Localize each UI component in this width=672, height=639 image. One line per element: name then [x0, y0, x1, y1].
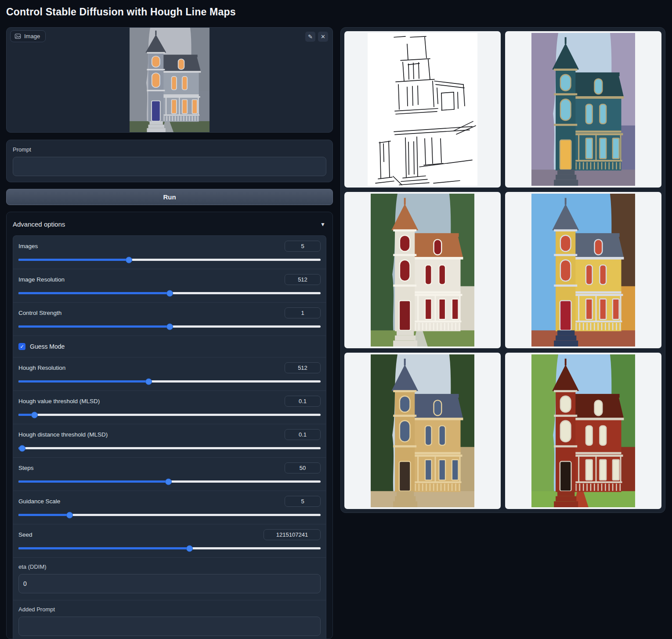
control-strength-label: Control Strength	[18, 310, 61, 316]
steps-slider[interactable]	[18, 478, 321, 485]
hough-distance-threshold-value[interactable]: 0.1	[285, 429, 321, 440]
control-strength-value[interactable]: 1	[285, 307, 321, 318]
image-resolution-slider[interactable]	[18, 290, 321, 296]
slider-handle[interactable]	[186, 545, 193, 552]
gallery-item-yellow-house[interactable]	[505, 192, 661, 348]
gallery-item-hough-map[interactable]	[344, 31, 501, 188]
slider-row-steps: Steps 50	[13, 457, 326, 491]
hough-resolution-label: Hough Resolution	[18, 365, 65, 371]
advanced-options-header[interactable]: Advanced options ▼	[7, 212, 332, 235]
steps-value[interactable]: 50	[285, 462, 321, 473]
hough-resolution-slider[interactable]	[18, 378, 321, 385]
slider-row-hough-resolution: Hough Resolution 512	[13, 357, 326, 390]
eta-input[interactable]	[18, 574, 321, 593]
eta-label: eta (DDIM)	[18, 563, 321, 570]
hough-value-threshold-slider[interactable]	[18, 412, 321, 418]
added-prompt-row: Added Prompt	[13, 600, 326, 639]
hough-line-map-image	[368, 33, 477, 186]
input-image	[7, 28, 332, 132]
slider-handle[interactable]	[145, 378, 152, 385]
gallery-item-gold-house[interactable]	[344, 353, 501, 509]
prompt-group: Prompt	[6, 140, 333, 182]
image-input-label: Image	[10, 30, 46, 42]
result-image-white	[371, 194, 474, 347]
edit-image-button[interactable]: ✎	[305, 32, 315, 42]
advanced-options-form: Images 5 Image Resolution 512 Control St…	[13, 235, 326, 639]
image-resolution-value[interactable]: 512	[285, 274, 321, 285]
images-slider[interactable]	[18, 256, 321, 263]
slider-row-seed: Seed 1215107241	[13, 524, 326, 557]
seed-label: Seed	[18, 531, 33, 538]
slider-handle[interactable]	[66, 512, 73, 518]
advanced-options-title: Advanced options	[13, 220, 65, 228]
gallery-item-white-house[interactable]	[344, 192, 501, 348]
image-input-component[interactable]: Image ✎ ✕	[6, 27, 333, 133]
slider-handle[interactable]	[126, 256, 132, 263]
seed-slider[interactable]	[18, 545, 321, 552]
slider-handle[interactable]	[165, 478, 172, 485]
guidance-scale-slider[interactable]	[18, 512, 321, 518]
guess-mode-row: ✓ Guess Mode	[13, 336, 326, 357]
chevron-down-icon: ▼	[320, 221, 325, 227]
guess-mode-label[interactable]: Guess Mode	[30, 343, 65, 350]
result-gallery	[340, 27, 665, 513]
close-icon: ✕	[321, 34, 325, 40]
hough-distance-threshold-slider[interactable]	[18, 445, 321, 451]
result-image-yellow	[531, 194, 635, 347]
slider-handle[interactable]	[31, 412, 38, 418]
slider-row-image-resolution: Image Resolution 512	[13, 269, 326, 302]
advanced-options-accordion: Advanced options ▼ Images 5 Image Resolu…	[6, 212, 333, 639]
result-image-red	[531, 354, 635, 507]
slider-row-hough-distance-threshold: Hough distance threshold (MLSD) 0.1	[13, 424, 326, 457]
pencil-icon: ✎	[308, 34, 313, 40]
result-image-teal	[531, 33, 635, 186]
seed-value[interactable]: 1215107241	[264, 529, 321, 540]
steps-label: Steps	[18, 465, 34, 471]
page-title: Control Stable Diffusion with Hough Line…	[6, 6, 236, 18]
image-icon	[14, 33, 21, 40]
hough-value-threshold-value[interactable]: 0.1	[285, 396, 321, 407]
slider-row-images: Images 5	[13, 236, 326, 269]
slider-row-guidance-scale: Guidance Scale 5	[13, 491, 326, 524]
hough-resolution-value[interactable]: 512	[285, 362, 321, 373]
clear-image-button[interactable]: ✕	[318, 32, 328, 42]
guess-mode-checkbox[interactable]: ✓	[18, 343, 25, 350]
eta-row: eta (DDIM)	[13, 557, 326, 600]
added-prompt-input[interactable]	[18, 617, 321, 636]
slider-row-hough-value-threshold: Hough value threshold (MLSD) 0.1	[13, 390, 326, 424]
prompt-label: Prompt	[13, 146, 326, 153]
image-resolution-label: Image Resolution	[18, 276, 65, 283]
added-prompt-label: Added Prompt	[18, 606, 321, 613]
result-image-gold	[371, 354, 474, 507]
hough-distance-threshold-label: Hough distance threshold (MLSD)	[18, 431, 108, 438]
slider-handle[interactable]	[166, 290, 173, 296]
run-button[interactable]: Run	[6, 189, 333, 205]
gallery-item-red-house[interactable]	[505, 353, 661, 509]
guidance-scale-label: Guidance Scale	[18, 498, 60, 505]
image-input-label-text: Image	[24, 33, 40, 40]
slider-handle[interactable]	[166, 323, 173, 330]
guidance-scale-value[interactable]: 5	[285, 496, 321, 507]
hough-value-threshold-label: Hough value threshold (MLSD)	[18, 398, 100, 404]
control-strength-slider[interactable]	[18, 323, 321, 330]
slider-row-control-strength: Control Strength 1	[13, 302, 326, 336]
images-label: Images	[18, 243, 38, 249]
gallery-item-teal-house[interactable]	[505, 31, 661, 188]
slider-handle[interactable]	[19, 445, 25, 451]
images-value[interactable]: 5	[285, 241, 321, 252]
input-house-photo	[130, 28, 210, 132]
prompt-input[interactable]	[13, 157, 326, 176]
